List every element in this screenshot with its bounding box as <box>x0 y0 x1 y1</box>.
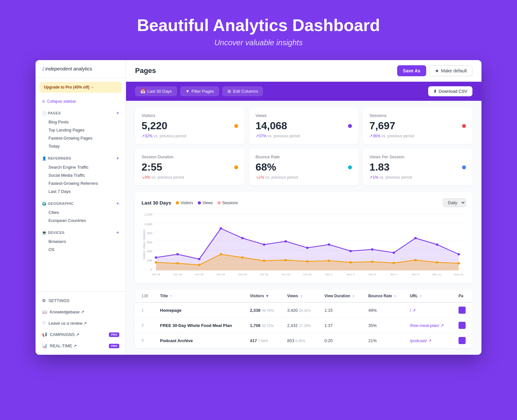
bottom-icon: ⚙ <box>42 298 46 303</box>
stat-label: Views <box>256 113 352 118</box>
col-title[interactable]: Title ↑ <box>155 290 245 302</box>
sidebar-logo: ⟨ independent analytics <box>36 60 126 78</box>
stat-card-session-duration: Session Duration 2:55 ↘9% vs. previous p… <box>135 149 245 185</box>
stat-dot <box>462 165 466 169</box>
svg-text:Oct 20: Oct 20 <box>195 273 204 276</box>
legend-label: Visitors <box>181 201 193 205</box>
save-as-button[interactable]: Save As <box>397 65 426 76</box>
sidebar-sections: 📄 PAGES + Blog PostsTop Landing PagesFas… <box>36 106 126 255</box>
bottom-label: CAMPAIGNS ↗ <box>50 332 79 337</box>
sidebar-bottom-knowledgebase-↗[interactable]: 📖 Knowledgebase ↗ <box>36 306 126 318</box>
section-add-referrers[interactable]: + <box>116 155 119 161</box>
edit-columns-button[interactable]: ⊞ Edit Columns <box>222 86 263 96</box>
svg-point-18 <box>241 237 244 239</box>
row-visitors: 2,338 44.79% <box>245 302 282 318</box>
row-url[interactable]: /free-meal-plan/ ↗ <box>405 318 453 333</box>
svg-point-20 <box>284 240 287 243</box>
svg-point-19 <box>263 244 265 246</box>
stat-value: 7,697 <box>369 120 466 132</box>
svg-text:0: 0 <box>151 268 153 271</box>
chart-section: Last 30 Days Visitors Views Sessions Dai… <box>135 192 472 283</box>
svg-text:Oct 26: Oct 26 <box>260 273 269 276</box>
filter-label: Filter Pages <box>192 89 214 94</box>
app-container: ⟨ independent analytics Upgrade to Pro (… <box>36 60 481 355</box>
section-add-geographic[interactable]: + <box>116 201 119 206</box>
stat-value: 5,220 <box>142 120 238 132</box>
bottom-icon: 📢 <box>42 332 47 337</box>
stat-dot <box>348 124 352 128</box>
col-bounce[interactable]: Bounce Rate ↕ <box>363 290 405 302</box>
download-csv-button[interactable]: ⬇ Download CSV <box>428 86 472 96</box>
sidebar-item-search-engine-traffic[interactable]: Search Engine Traffic <box>42 163 119 171</box>
legend-item-visitors: Visitors <box>176 201 193 205</box>
sidebar-item-os[interactable]: OS <box>42 246 119 254</box>
sidebar-item-blog-posts[interactable]: Blog Posts <box>42 118 119 126</box>
columns-icon: ⊞ <box>227 89 231 94</box>
sidebar-bottom-real-time-↗[interactable]: 📊 REAL-TIME ↗ PRO <box>36 340 126 352</box>
col-duration[interactable]: View Duration ↕ <box>319 290 363 302</box>
section-add-pages[interactable]: + <box>116 110 119 116</box>
sidebar-item-social-media-traffic[interactable]: Social Media Traffic <box>42 171 119 179</box>
toolbar: 📅 Last 30 Days ▼ Filter Pages ⊞ Edit Col… <box>126 82 481 101</box>
stat-dot <box>234 165 238 169</box>
filter-pages-button[interactable]: ▼ Filter Pages <box>180 86 219 96</box>
sidebar-section-devices: 💻 DEVICES + BrowsersOS <box>36 226 126 255</box>
sidebar-item-cities[interactable]: Cities <box>42 208 119 216</box>
sidebar-bottom-leave-us-a-review-↗[interactable]: ♡ Leave us a review ↗ <box>36 318 126 329</box>
section-add-devices[interactable]: + <box>116 230 119 236</box>
collapse-sidebar-button[interactable]: Collapse sidebar <box>36 97 126 106</box>
stat-value: 2:55 <box>142 161 238 173</box>
table-header-row: 138 Title ↑ Visitors ▾ Views ↕ View Dura… <box>135 290 472 302</box>
sidebar-item-european-countries[interactable]: European Countries <box>42 216 119 225</box>
stat-dot <box>234 124 238 128</box>
svg-point-30 <box>176 262 179 265</box>
chart-period-select[interactable]: Daily <box>443 198 466 207</box>
chart-title: Last 30 Days <box>142 200 171 205</box>
sidebar-item-fastest-growing-referrers[interactable]: Fastest-Growing Referrers <box>42 179 119 187</box>
row-title: Podcast Archive <box>155 333 245 348</box>
sidebar-item-last-7-days[interactable]: Last 7 Days <box>42 187 119 195</box>
row-bounce: 49% <box>363 302 405 318</box>
make-default-button[interactable]: ★ Make default <box>429 65 472 76</box>
upgrade-banner[interactable]: Upgrade to Pro (45% off) → <box>39 82 122 93</box>
table-section: 138 Title ↑ Visitors ▾ Views ↕ View Dura… <box>135 290 472 348</box>
stat-value: 68% <box>256 161 352 173</box>
sidebar-section-pages: 📄 PAGES + Blog PostsTop Landing PagesFas… <box>36 106 126 152</box>
sidebar-bottom-campaigns-↗[interactable]: 📢 CAMPAIGNS ↗ PRO <box>36 329 126 340</box>
col-views[interactable]: Views ↕ <box>282 290 319 302</box>
svg-text:Nov 3: Nov 3 <box>347 273 354 276</box>
col-visitors[interactable]: Visitors ▾ <box>245 290 282 302</box>
row-url[interactable]: /podcast/ ↗ <box>405 333 453 348</box>
svg-text:Oct 16: Oct 16 <box>152 273 160 276</box>
sidebar-item-browsers[interactable]: Browsers <box>42 237 119 246</box>
stat-change: ↗32% vs. previous period <box>142 134 238 138</box>
svg-text:Oct 28: Oct 28 <box>281 273 290 276</box>
svg-text:Nov 13: Nov 13 <box>454 273 464 276</box>
svg-point-21 <box>306 247 309 249</box>
date-range-button[interactable]: 📅 Last 30 Days <box>135 86 177 96</box>
section-title-devices: 💻 DEVICES <box>42 231 65 235</box>
pages-table: 138 Title ↑ Visitors ▾ Views ↕ View Dura… <box>135 290 472 348</box>
logo-text: ⟨ independent analytics <box>42 66 92 71</box>
col-url[interactable]: URL ↕ <box>405 290 453 302</box>
chart-header: Last 30 Days Visitors Views Sessions Dai… <box>142 198 466 207</box>
sidebar-section-referrers: 👤 REFERRERS + Search Engine TrafficSocia… <box>36 152 126 197</box>
sidebar-item-today[interactable]: Today <box>42 142 119 150</box>
svg-point-24 <box>371 248 374 251</box>
pro-badge: PRO <box>109 332 119 337</box>
svg-text:Nov 1: Nov 1 <box>325 273 333 276</box>
row-page-icon <box>453 318 472 333</box>
bottom-label: Knowledgebase ↗ <box>50 310 84 314</box>
row-url[interactable]: / ↗ <box>405 302 453 318</box>
sidebar-item-fastest-growing-pages[interactable]: Fastest-Growing Pages <box>42 134 119 142</box>
download-label: Download CSV <box>439 89 467 94</box>
sidebar-bottom-settings[interactable]: ⚙ SETTINGS <box>36 295 126 306</box>
svg-point-31 <box>198 264 201 266</box>
bottom-icon: ♡ <box>42 321 46 326</box>
legend-dot <box>198 201 201 205</box>
svg-point-14 <box>155 257 157 259</box>
stat-change: ↘9% vs. previous period <box>142 175 238 180</box>
bottom-icon: 📊 <box>42 343 47 348</box>
stat-label: Sessions <box>369 113 466 118</box>
sidebar-item-top-landing-pages[interactable]: Top Landing Pages <box>42 126 119 134</box>
